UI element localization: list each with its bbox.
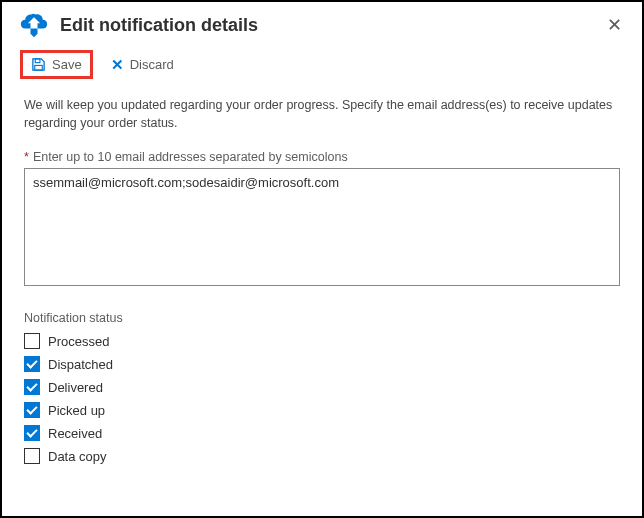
required-indicator: * bbox=[24, 150, 29, 164]
content-area: We will keep you updated regarding your … bbox=[2, 89, 642, 464]
checkbox[interactable] bbox=[24, 356, 40, 372]
status-row: Processed bbox=[24, 333, 620, 349]
checkbox-label: Dispatched bbox=[48, 357, 113, 372]
checkbox[interactable] bbox=[24, 333, 40, 349]
checkbox-label: Delivered bbox=[48, 380, 103, 395]
status-row: Delivered bbox=[24, 379, 620, 395]
panel-title: Edit notification details bbox=[60, 15, 599, 36]
checkbox[interactable] bbox=[24, 402, 40, 418]
checkbox-label: Processed bbox=[48, 334, 109, 349]
databox-icon bbox=[20, 11, 48, 39]
checkbox-label: Picked up bbox=[48, 403, 105, 418]
save-icon bbox=[31, 57, 46, 72]
discard-button[interactable]: ✕ Discard bbox=[103, 52, 182, 78]
status-row: Picked up bbox=[24, 402, 620, 418]
status-row: Data copy bbox=[24, 448, 620, 464]
discard-icon: ✕ bbox=[111, 56, 124, 74]
panel-header: Edit notification details ✕ bbox=[2, 2, 642, 46]
checkbox[interactable] bbox=[24, 425, 40, 441]
save-label: Save bbox=[52, 57, 82, 72]
close-icon[interactable]: ✕ bbox=[599, 10, 630, 40]
toolbar: Save ✕ Discard bbox=[2, 46, 642, 89]
save-button[interactable]: Save bbox=[20, 50, 93, 79]
checkbox[interactable] bbox=[24, 379, 40, 395]
svg-rect-1 bbox=[35, 65, 43, 70]
email-field-label: *Enter up to 10 email addresses separate… bbox=[24, 150, 620, 164]
notification-status-list: ProcessedDispatchedDeliveredPicked upRec… bbox=[24, 333, 620, 464]
description-text: We will keep you updated regarding your … bbox=[24, 97, 620, 132]
checkbox-label: Data copy bbox=[48, 449, 107, 464]
status-row: Dispatched bbox=[24, 356, 620, 372]
email-addresses-input[interactable] bbox=[24, 168, 620, 286]
discard-label: Discard bbox=[130, 57, 174, 72]
checkbox[interactable] bbox=[24, 448, 40, 464]
notification-status-label: Notification status bbox=[24, 311, 620, 325]
checkbox-label: Received bbox=[48, 426, 102, 441]
status-row: Received bbox=[24, 425, 620, 441]
svg-rect-0 bbox=[35, 59, 40, 63]
